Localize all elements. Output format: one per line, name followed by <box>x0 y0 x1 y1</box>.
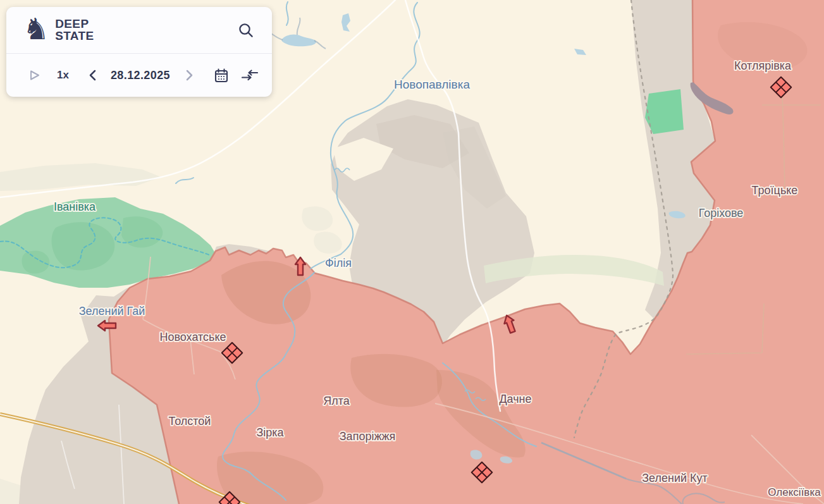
brand-line-1: DEEP <box>55 18 94 30</box>
play-icon <box>29 70 40 81</box>
deepstate-logo[interactable]: ♞ DEEP STATE <box>23 18 94 43</box>
map-label-zaporizhzhia: Запоріжжя <box>340 430 395 443</box>
brand-line-2: STATE <box>55 30 94 42</box>
calendar-button[interactable] <box>214 68 228 83</box>
playback-toolbar: 1x 28.12.2025 <box>6 54 272 97</box>
map-label-filiia: Філія <box>325 257 352 269</box>
jump-to-latest-button[interactable] <box>242 70 258 81</box>
map-label-yalta: Ялта <box>323 395 350 407</box>
search-button[interactable] <box>238 22 254 39</box>
liberated-area-recent <box>645 89 684 134</box>
map-label-novopavlivka: Новопавлівка <box>394 78 470 91</box>
map-label-troitske: Троїцьке <box>752 184 798 197</box>
search-icon <box>238 22 254 39</box>
prev-date-button[interactable] <box>89 70 96 81</box>
arrows-merge-icon <box>242 70 258 81</box>
map-label-zelenyi-kut: Зелений Кут <box>642 472 708 484</box>
map-label-zirka: Зірка <box>256 426 284 439</box>
deepstate-map-app: НовопавлівкаКотлярівкаТроїцькеГоріховеІв… <box>0 0 824 504</box>
map-label-ivanivka: Іванівка <box>54 200 96 213</box>
brand-wordmark: DEEP STATE <box>55 18 94 42</box>
play-button[interactable] <box>29 70 40 81</box>
current-date[interactable]: 28.12.2025 <box>111 69 170 82</box>
map-label-tolstoi: Толстой <box>169 415 211 427</box>
chevron-right-icon <box>186 70 194 81</box>
map-label-kotliarivka: Котлярівка <box>734 59 792 72</box>
next-date-button[interactable] <box>186 70 194 81</box>
map-label-dachne: Дачне <box>499 393 531 405</box>
knight-logo-icon: ♞ <box>23 15 49 43</box>
panel-header: ♞ DEEP STATE <box>6 7 272 53</box>
playback-speed[interactable]: 1x <box>57 69 69 82</box>
map-label-novokhatske: Новохатське <box>159 331 226 343</box>
map-label-oleksiivka: Олексіївка <box>768 486 821 498</box>
map-label-horikhove: Горіхове <box>699 207 744 219</box>
control-panel: ♞ DEEP STATE 1x <box>6 7 272 97</box>
calendar-icon <box>214 68 228 83</box>
map-label-zelenyi-hai: Зелений Гай <box>79 305 145 317</box>
chevron-left-icon <box>89 70 96 81</box>
